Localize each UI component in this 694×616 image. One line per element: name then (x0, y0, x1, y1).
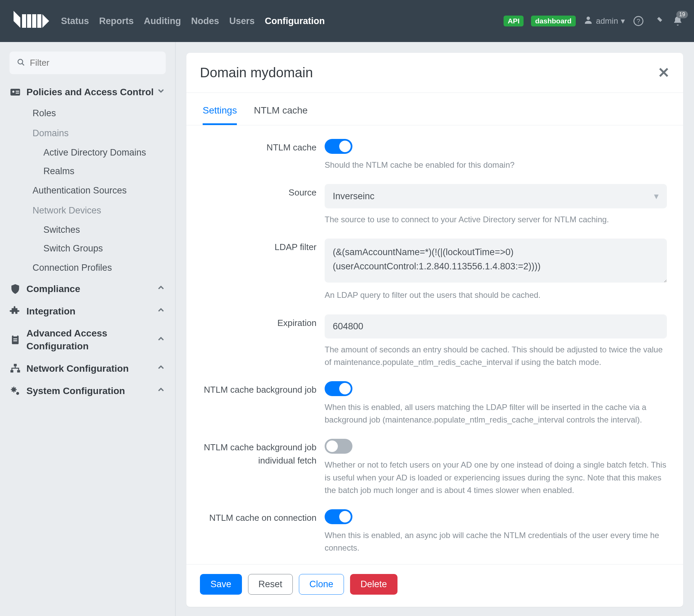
sidebar-item-ad-domains[interactable]: Active Directory Domains (0, 143, 175, 162)
sidebar-section-label: Policies and Access Control (26, 86, 156, 98)
notifications-icon[interactable]: 19 (672, 15, 684, 27)
nav-status[interactable]: Status (61, 16, 89, 26)
nav-configuration[interactable]: Configuration (265, 16, 325, 26)
sidebar-filter-input[interactable] (10, 52, 166, 74)
help-bg-fetch: Whether or not to fetch users on your AD… (325, 458, 667, 496)
label-ntlm-cache: NTLM cache (203, 139, 325, 171)
sidebar-item-connection-profiles[interactable]: Connection Profiles (0, 258, 175, 278)
toggle-bg-job[interactable] (325, 381, 352, 396)
sidebar-item-realms[interactable]: Realms (0, 162, 175, 181)
sidebar-item-roles[interactable]: Roles (0, 103, 175, 123)
nav-reports[interactable]: Reports (99, 16, 134, 26)
label-ldap-filter: LDAP filter (203, 238, 325, 301)
close-icon[interactable]: ✕ (658, 66, 670, 80)
help-icon[interactable]: ? (632, 15, 644, 27)
topbar: Status Reports Auditing Nodes Users Conf… (0, 0, 694, 42)
row-ntlm-cache: NTLM cache Should the NTLM cache be enab… (203, 139, 667, 171)
topnav: Status Reports Auditing Nodes Users Conf… (61, 16, 504, 26)
help-on-conn: When this is enabled, an async job will … (325, 529, 667, 554)
card-header: Domain mydomain ✕ (186, 53, 683, 93)
svg-rect-2 (32, 14, 36, 28)
row-source: Source Inverseinc ▾ The source to use to… (203, 184, 667, 226)
caret-down-icon: ▾ (621, 16, 625, 26)
tab-ntlm-cache[interactable]: NTLM cache (254, 105, 308, 125)
sidebar-item-switches[interactable]: Switches (0, 221, 175, 239)
nav-users[interactable]: Users (230, 16, 255, 26)
svg-text:?: ? (637, 18, 640, 25)
tabs: Settings NTLM cache (186, 93, 683, 125)
network-icon (10, 363, 26, 375)
layout: Policies and Access Control Roles Domain… (0, 42, 694, 616)
form: NTLM cache Should the NTLM cache be enab… (186, 125, 683, 564)
nav-nodes[interactable]: Nodes (191, 16, 219, 26)
svg-rect-8 (11, 89, 20, 95)
clone-button[interactable]: Clone (299, 574, 344, 595)
select-source[interactable]: Inverseinc ▾ (325, 184, 667, 209)
clipboard-icon (10, 334, 26, 346)
domain-card: Domain mydomain ✕ Settings NTLM cache NT… (186, 53, 683, 607)
sidebar-section-label: Advanced Access Configuration (26, 327, 156, 353)
help-expiration: The amount of seconds an entry should be… (325, 343, 667, 368)
sidebar-section-label: Compliance (26, 283, 156, 295)
sidebar-section-label: System Configuration (26, 385, 156, 397)
topbar-right: API dashboard admin ▾ ? 19 (504, 15, 684, 27)
svg-rect-15 (13, 341, 17, 342)
svg-rect-10 (16, 91, 19, 92)
filter-wrap (10, 52, 166, 74)
main: Domain mydomain ✕ Settings NTLM cache NT… (176, 42, 694, 616)
svg-point-20 (16, 392, 19, 395)
sidebar-group-domains: Domains (0, 123, 175, 143)
svg-point-9 (12, 90, 14, 92)
dashboard-badge[interactable]: dashboard (531, 16, 576, 26)
toggle-bg-fetch[interactable] (325, 439, 352, 454)
input-expiration[interactable] (325, 314, 667, 339)
api-badge[interactable]: API (504, 16, 524, 26)
svg-rect-0 (22, 14, 26, 28)
row-bg-job: NTLM cache background job When this is e… (203, 381, 667, 426)
help-bg-job: When this is enabled, all users matching… (325, 401, 667, 426)
user-icon (583, 15, 593, 27)
reset-button[interactable]: Reset (248, 574, 293, 595)
user-name: admin (596, 16, 618, 26)
save-button[interactable]: Save (200, 574, 242, 595)
svg-rect-18 (17, 370, 20, 373)
sidebar-item-switch-groups[interactable]: Switch Groups (0, 239, 175, 258)
notifications-count: 19 (676, 11, 688, 18)
delete-button[interactable]: Delete (350, 574, 398, 595)
svg-rect-1 (27, 14, 31, 28)
row-on-conn: NTLM cache on connection When this is en… (203, 509, 667, 554)
chevron-up-icon (156, 283, 166, 295)
input-ldap-filter[interactable] (325, 238, 667, 283)
sidebar-section-network-config[interactable]: Network Configuration (0, 358, 175, 380)
sidebar-section-advanced-access[interactable]: Advanced Access Configuration (0, 322, 175, 358)
svg-rect-17 (11, 370, 13, 373)
row-expiration: Expiration The amount of seconds an entr… (203, 314, 667, 368)
svg-point-4 (587, 17, 590, 20)
sidebar-section-system-config[interactable]: System Configuration (0, 380, 175, 402)
sidebar-section-compliance[interactable]: Compliance (0, 278, 175, 300)
row-bg-fetch: NTLM cache background job individual fet… (203, 439, 667, 496)
sidebar-section-policies[interactable]: Policies and Access Control (0, 81, 175, 103)
label-bg-job: NTLM cache background job (203, 381, 325, 426)
page-title: Domain mydomain (200, 65, 313, 80)
shield-icon (10, 283, 26, 295)
help-source: The source to use to connect to your Act… (325, 213, 667, 226)
user-menu[interactable]: admin ▾ (583, 15, 625, 27)
toggle-on-conn[interactable] (325, 509, 352, 524)
svg-rect-12 (12, 336, 19, 344)
svg-rect-13 (13, 335, 17, 337)
puzzle-icon (10, 305, 26, 317)
toggle-ntlm-cache[interactable] (325, 139, 352, 154)
svg-rect-3 (37, 14, 41, 28)
help-ntlm-cache: Should the NTLM cache be enabled for thi… (325, 159, 667, 171)
sidebar-section-integration[interactable]: Integration (0, 300, 175, 323)
sidebar-item-auth-sources[interactable]: Authentication Sources (0, 181, 175, 201)
svg-rect-16 (14, 364, 17, 366)
tab-settings[interactable]: Settings (203, 105, 237, 125)
search-icon (17, 58, 25, 68)
cogs-icon (10, 385, 26, 397)
chevron-up-icon (156, 363, 166, 375)
tools-icon[interactable] (652, 15, 664, 27)
logo (10, 9, 51, 33)
nav-auditing[interactable]: Auditing (144, 16, 181, 26)
